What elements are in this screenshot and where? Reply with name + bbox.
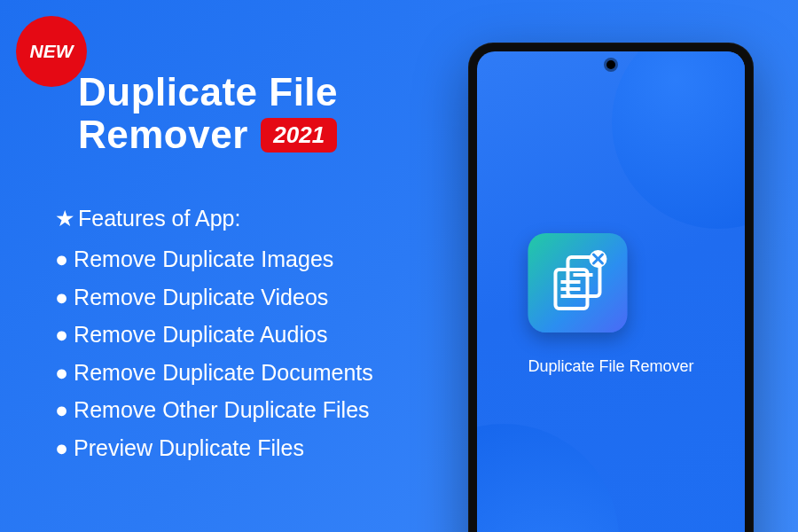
feature-text: Remove Duplicate Documents [74,360,373,385]
phone-app-name: Duplicate File Remover [528,357,693,376]
features-heading: ★Features of App: [55,206,373,231]
bullet-icon: ● [55,397,68,422]
year-badge: 2021 [261,118,337,153]
list-item: ●Remove Duplicate Documents [55,354,373,392]
list-item: ●Remove Duplicate Videos [55,278,373,317]
app-title-line2: Remover [78,113,248,156]
new-badge-label: NEW [30,41,74,62]
feature-text: Preview Duplicate Files [74,435,304,460]
feature-text: Remove Duplicate Audios [74,322,327,347]
phone-screen: Duplicate File Remover [477,51,745,532]
list-item: ●Remove Duplicate Audios [55,316,373,354]
title-block: Duplicate File Remover 2021 [78,71,338,155]
app-title-row2: Remover 2021 [78,113,338,156]
app-icon-container: Duplicate File Remover [528,233,693,376]
list-item: ●Preview Duplicate Files [55,429,373,467]
list-item: ●Remove Other Duplicate Files [55,391,373,429]
camera-icon [606,60,615,69]
features-list: ★Features of App: ●Remove Duplicate Imag… [55,206,373,466]
feature-text: Remove Duplicate Images [74,246,333,271]
app-icon [528,233,627,332]
list-item: ●Remove Duplicate Images [55,240,373,278]
new-badge: NEW [16,16,87,87]
bullet-icon: ● [55,360,68,385]
bullet-icon: ● [55,246,68,271]
feature-text: Remove Duplicate Videos [74,285,328,309]
bullet-icon: ● [55,285,68,309]
star-icon: ★ [55,206,74,231]
bullet-icon: ● [55,322,68,347]
feature-text: Remove Other Duplicate Files [74,397,369,422]
phone-mockup: Duplicate File Remover [468,43,754,532]
duplicate-files-icon [543,248,612,317]
background-bubble [612,51,745,229]
bullet-icon: ● [55,435,68,460]
background-bubble [477,424,619,532]
app-title-line1: Duplicate File [78,71,338,113]
features-heading-text: Features of App: [78,206,240,231]
